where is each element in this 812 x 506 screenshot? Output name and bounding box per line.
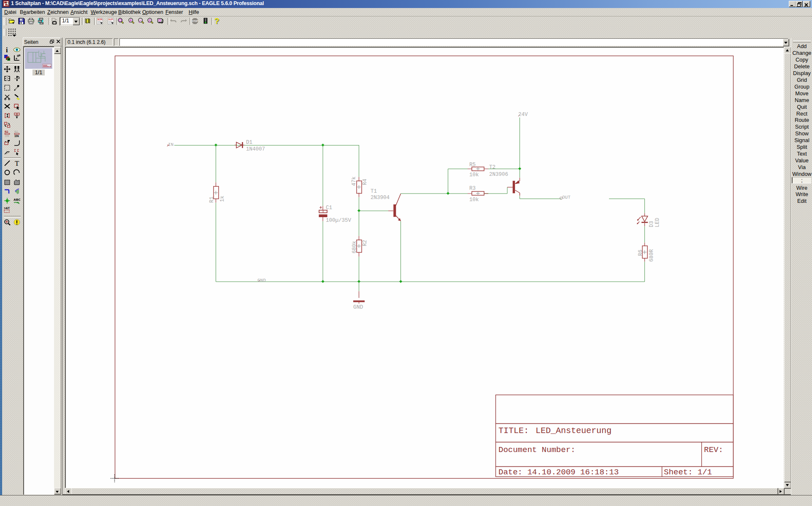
- svg-text:R3: R3: [469, 186, 476, 191]
- svg-text:D1: D1: [246, 140, 252, 145]
- svg-text:C1: C1: [326, 205, 332, 211]
- svg-text:R2: R2: [5, 130, 8, 133]
- svg-text:Date: 14.10.2009 16:18:13: Date: 14.10.2009 16:18:13: [498, 468, 619, 477]
- svg-text:10k: 10k: [5, 135, 9, 137]
- svg-text:680R: 680R: [649, 249, 655, 262]
- svg-text:REV:: REV:: [704, 445, 723, 455]
- svg-text:100µ/35V: 100µ/35V: [326, 218, 352, 223]
- svg-text:T: T: [15, 160, 19, 167]
- svg-text:10k: 10k: [14, 135, 19, 137]
- svg-text:GND: GND: [353, 304, 363, 310]
- svg-text:ULP:: ULP:: [108, 18, 114, 21]
- svg-text:680k: 680k: [352, 241, 357, 253]
- svg-text:R2: R2: [362, 240, 368, 246]
- svg-text:ABC: ABC: [14, 198, 20, 202]
- svg-text:10k: 10k: [469, 172, 479, 178]
- svg-text:>AT: >AT: [4, 206, 10, 210]
- svg-text:T2: T2: [489, 164, 495, 170]
- svg-text:T1: T1: [371, 188, 377, 194]
- svg-text:10k: 10k: [469, 197, 479, 203]
- svg-text:R2: R2: [14, 130, 18, 133]
- svg-text:R6: R6: [638, 250, 644, 256]
- svg-text:TITLE:: TITLE:: [498, 426, 529, 436]
- svg-text:SCR:: SCR:: [97, 18, 103, 21]
- svg-text:LED_Ansteuerung: LED_Ansteuerung: [536, 426, 612, 436]
- svg-text:IN: IN: [168, 142, 173, 147]
- svg-text:STOP: STOP: [192, 20, 198, 22]
- svg-text:R1: R1: [209, 196, 215, 203]
- svg-text:1k: 1k: [219, 196, 225, 202]
- svg-text:R5: R5: [469, 162, 476, 168]
- svg-text:Sheet: 1/1: Sheet: 1/1: [664, 468, 712, 477]
- svg-text:GND: GND: [257, 278, 266, 283]
- svg-text:LED: LED: [655, 218, 660, 227]
- svg-text:2N3906: 2N3906: [489, 172, 508, 178]
- svg-text:47k: 47k: [351, 176, 357, 186]
- svg-text:2N3904: 2N3904: [371, 195, 390, 201]
- svg-text:24V: 24V: [518, 112, 528, 118]
- svg-text:1N4007: 1N4007: [246, 146, 265, 152]
- svg-text:i: i: [6, 46, 8, 53]
- svg-text:D3: D3: [649, 221, 655, 227]
- svg-text:Document Number:: Document Number:: [498, 445, 575, 455]
- svg-text:OUT: OUT: [562, 195, 571, 200]
- svg-text:R4: R4: [362, 179, 368, 185]
